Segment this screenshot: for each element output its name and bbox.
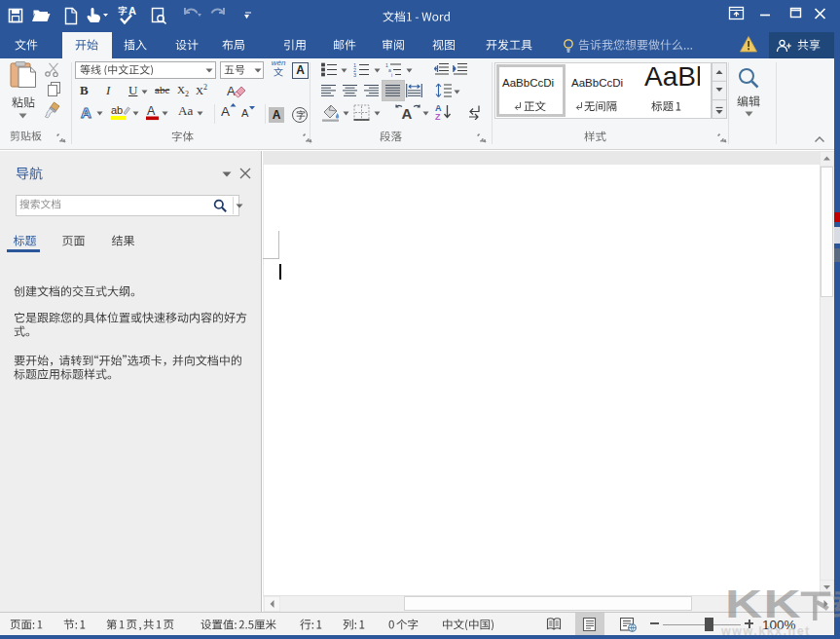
svg-text:3: 3 bbox=[353, 72, 356, 77]
svg-text:A: A bbox=[128, 5, 136, 17]
svg-text:A: A bbox=[221, 104, 230, 119]
svg-text:A: A bbox=[147, 104, 156, 118]
svg-text:A: A bbox=[402, 105, 413, 122]
svg-text:A: A bbox=[227, 84, 236, 98]
svg-text:i: i bbox=[391, 72, 392, 78]
svg-text:A: A bbox=[81, 104, 91, 121]
svg-text:ab: ab bbox=[111, 104, 123, 116]
svg-text:A: A bbox=[241, 107, 249, 119]
svg-text:Z: Z bbox=[435, 112, 441, 121]
